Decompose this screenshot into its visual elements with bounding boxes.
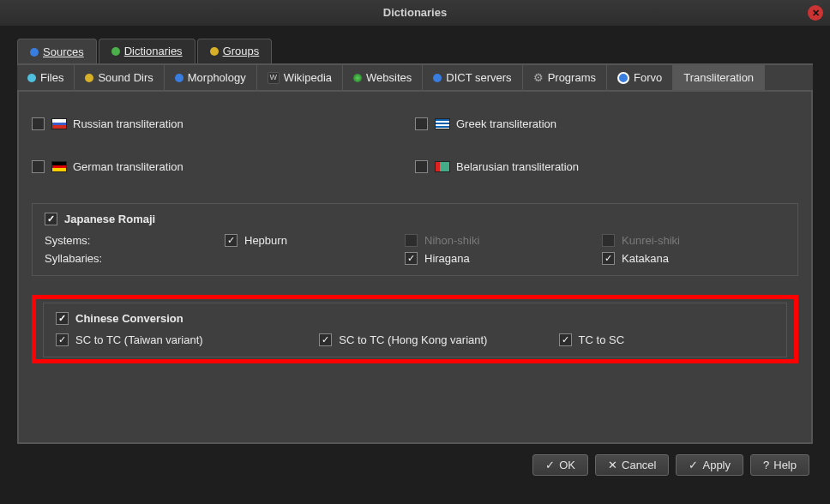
tab-groups[interactable]: Groups <box>197 39 273 65</box>
belarusian-checkbox[interactable] <box>415 160 428 173</box>
dictionaries-icon <box>111 47 120 56</box>
morphology-icon <box>175 74 183 82</box>
check-icon: ✓ <box>545 459 555 471</box>
chinese-title: Chinese Conversion <box>75 312 183 325</box>
flag-russia-icon <box>51 118 67 129</box>
japanese-title: Japanese Romaji <box>64 213 155 225</box>
wikipedia-icon: W <box>268 72 280 84</box>
apply-button[interactable]: ✓Apply <box>676 454 743 476</box>
russian-checkbox[interactable] <box>32 117 45 130</box>
katakana-checkbox[interactable] <box>602 252 615 265</box>
flag-germany-icon <box>51 161 67 172</box>
tab-dictionaries[interactable]: Dictionaries <box>99 39 195 65</box>
forvo-icon <box>617 72 629 84</box>
russian-label: Russian transliteration <box>73 117 183 130</box>
greek-checkbox[interactable] <box>415 117 428 130</box>
close-icon[interactable]: ✕ <box>808 5 823 21</box>
sound-icon <box>85 74 93 82</box>
sc-tc-hk-checkbox[interactable] <box>319 333 332 346</box>
titlebar: Dictionaries ✕ <box>0 0 830 26</box>
systems-label: Systems: <box>45 234 225 247</box>
globe-icon <box>353 74 362 82</box>
tab-wikipedia[interactable]: WWikipedia <box>257 65 343 90</box>
tab-forvo[interactable]: Forvo <box>607 65 673 90</box>
check-icon: ✓ <box>689 459 698 471</box>
hepburn-checkbox[interactable] <box>225 234 238 247</box>
top-tabs: Sources Dictionaries Groups <box>17 39 813 65</box>
german-checkbox[interactable] <box>32 160 45 173</box>
dialog-buttons: ✓OK ✕Cancel ✓Apply ?Help <box>17 444 813 476</box>
tab-sources[interactable]: Sources <box>17 39 97 65</box>
tab-files[interactable]: Files <box>17 65 75 90</box>
tab-transliteration[interactable]: Transliteration <box>673 65 765 90</box>
window-title: Dictionaries <box>383 6 447 19</box>
transliteration-panel: Russian transliteration Greek transliter… <box>17 92 813 444</box>
japanese-checkbox[interactable] <box>45 213 57 225</box>
syllabaries-label: Syllabaries: <box>45 252 225 265</box>
chinese-section: Chinese Conversion SC to TC (Taiwan vari… <box>43 303 787 357</box>
cancel-button[interactable]: ✕Cancel <box>595 454 669 476</box>
sources-icon <box>30 48 39 57</box>
ok-button[interactable]: ✓OK <box>532 454 588 476</box>
flag-greece-icon <box>435 118 450 129</box>
tab-dict-servers[interactable]: DICT servers <box>423 65 522 90</box>
flag-belarus-icon <box>435 161 450 172</box>
japanese-section: Japanese Romaji Systems: Hepburn Nihon-s… <box>32 203 798 276</box>
tc-sc-checkbox[interactable] <box>559 333 572 346</box>
tab-websites[interactable]: Websites <box>343 65 423 90</box>
gear-icon: ⚙ <box>533 71 544 84</box>
dict-icon <box>433 74 442 82</box>
x-icon: ✕ <box>608 459 617 471</box>
tab-morphology[interactable]: Morphology <box>165 65 257 90</box>
hiragana-checkbox[interactable] <box>405 252 418 265</box>
tab-programs[interactable]: ⚙Programs <box>523 65 607 90</box>
chinese-highlight: Chinese Conversion SC to TC (Taiwan vari… <box>32 295 798 363</box>
source-tabs: Files Sound Dirs Morphology WWikipedia W… <box>17 63 813 92</box>
question-icon: ? <box>763 459 769 471</box>
chinese-checkbox[interactable] <box>56 312 69 325</box>
kunrei-checkbox <box>602 234 615 247</box>
groups-icon <box>210 47 219 56</box>
sc-tc-tw-checkbox[interactable] <box>56 333 69 346</box>
help-button[interactable]: ?Help <box>750 454 809 476</box>
tab-sound-dirs[interactable]: Sound Dirs <box>75 65 164 90</box>
greek-label: Greek transliteration <box>456 117 556 130</box>
files-icon <box>27 74 36 82</box>
belarusian-label: Belarusian transliteration <box>456 160 579 173</box>
nihon-checkbox <box>405 234 418 247</box>
german-label: German transliteration <box>73 160 183 173</box>
